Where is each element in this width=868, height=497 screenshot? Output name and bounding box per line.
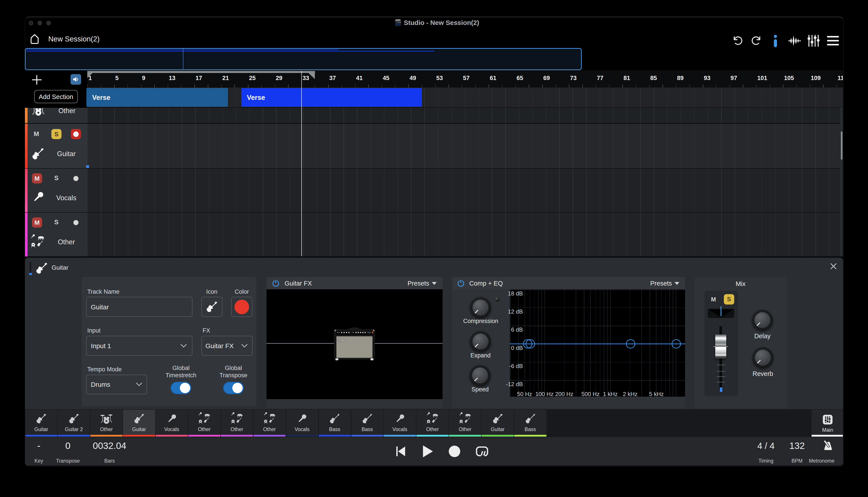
svg-text:Twin: Twin [367,331,371,333]
